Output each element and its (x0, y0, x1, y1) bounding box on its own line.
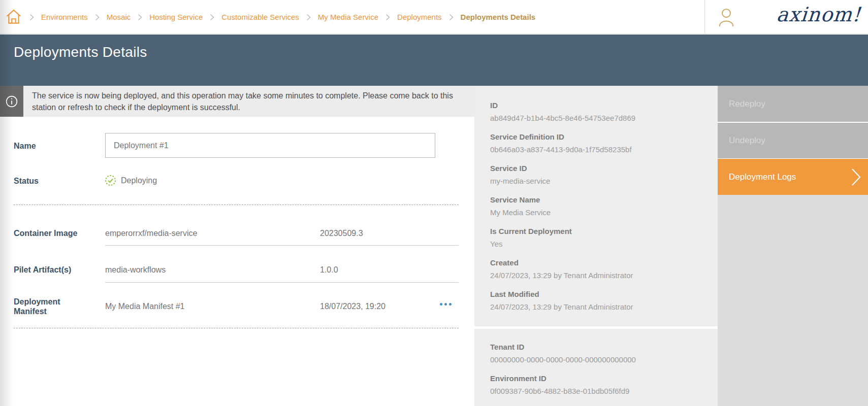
topbar-divider (704, 0, 705, 34)
details-panel-secondary: Tenant ID 00000000-0000-0000-0000-000000… (474, 329, 718, 406)
dashed-separator (14, 205, 459, 205)
detail-value: 24/07/2023, 13:29 by Tenant Administrato… (490, 271, 705, 280)
breadcrumb-item-my-media-service[interactable]: My Media Service (318, 13, 378, 21)
deployment-logs-label: Deployment Logs (729, 172, 796, 182)
breadcrumb-item-environments[interactable]: Environments (41, 13, 88, 21)
row-separator (105, 282, 459, 283)
detail-value: 00000000-0000-0000-0000-000000000000 (490, 355, 705, 364)
home-icon[interactable] (6, 9, 22, 25)
page-header: Deployments Details (0, 35, 868, 86)
breadcrumb-item-deployments[interactable]: Deployments (397, 13, 442, 21)
detail-value: 0b646a03-a837-4413-9d0a-1f75d58235bf (490, 145, 705, 154)
breadcrumb-item-customizable-services[interactable]: Customizable Services (221, 13, 299, 21)
top-bar: Environments Mosaic Hosting Service Cust… (0, 0, 868, 34)
detail-value: my-media-service (490, 177, 705, 186)
detail-label: Created (490, 258, 705, 267)
detail-field-environment-id: Environment ID 0f009387-90b6-4882-b83e-0… (490, 374, 705, 396)
deployment-info-banner: The service is now being deployed, and t… (23, 86, 474, 117)
info-icon (0, 86, 23, 117)
deployment-manifest-value: My Media Manifest #1 (105, 302, 185, 311)
actions-column-background (718, 195, 868, 406)
detail-label: Service Definition ID (490, 132, 705, 142)
chevron-right-icon (29, 14, 34, 21)
name-label: Name (14, 142, 36, 151)
chevron-right-icon (95, 14, 100, 21)
breadcrumb-item-hosting-service[interactable]: Hosting Service (149, 13, 203, 21)
chevron-right-icon (138, 14, 142, 21)
breadcrumb-item-mosaic[interactable]: Mosaic (107, 13, 131, 21)
detail-label: Service ID (490, 164, 705, 173)
detail-label: Is Current Deployment (490, 227, 705, 236)
axinom-logo: axinom! (776, 3, 861, 26)
page-title: Deployments Details (14, 44, 147, 60)
pilet-artifacts-value: media-workflows (105, 265, 166, 275)
container-image-version: 20230509.3 (320, 229, 363, 238)
breadcrumb-current-page: Deployments Details (461, 13, 536, 21)
status-row: Deploying (105, 175, 157, 186)
detail-label: ID (490, 101, 705, 110)
status-value: Deploying (121, 176, 157, 185)
chevron-right-icon (210, 14, 214, 21)
undeploy-button[interactable]: Undeploy (718, 123, 868, 158)
detail-label: Tenant ID (490, 343, 705, 352)
user-icon[interactable] (718, 8, 735, 27)
detail-field-service-definition-id: Service Definition ID 0b646a03-a837-4413… (490, 132, 705, 154)
chevron-right-icon (851, 168, 861, 186)
name-input[interactable] (105, 133, 435, 158)
row-separator (105, 245, 459, 246)
chevron-right-icon (385, 14, 390, 21)
detail-label: Environment ID (490, 374, 705, 383)
chevron-right-icon (449, 14, 454, 21)
redeploy-button[interactable]: Redeploy (718, 86, 868, 122)
detail-label: Service Name (490, 195, 705, 205)
detail-value: Yes (490, 240, 705, 249)
container-image-label: Container Image (14, 229, 77, 238)
detail-field-last-modified: Last Modified 24/07/2023, 13:29 by Tenan… (490, 290, 705, 312)
detail-field-id: ID ab849d47-b1b4-4bc5-8e46-54753ee7d869 (490, 101, 705, 123)
deployment-manifest-timestamp: 18/07/2023, 19:20 (320, 302, 385, 311)
deployment-logs-button[interactable]: Deployment Logs (718, 159, 868, 195)
detail-value: ab849d47-b1b4-4bc5-8e46-54753ee7d869 (490, 114, 705, 123)
detail-label: Last Modified (490, 290, 705, 299)
container-image-value: emperorrxf/media-service (105, 229, 197, 238)
ellipsis-icon[interactable] (433, 297, 458, 311)
breadcrumb: Environments Mosaic Hosting Service Cust… (29, 0, 535, 34)
detail-field-tenant-id: Tenant ID 00000000-0000-0000-0000-000000… (490, 343, 705, 364)
pilet-artifacts-label: Pilet Artifact(s) (14, 265, 71, 275)
status-label: Status (14, 177, 39, 186)
banner-message: The service is now being deployed, and t… (32, 90, 461, 113)
detail-field-service-id: Service ID my-media-service (490, 164, 705, 186)
detail-field-is-current-deployment: Is Current Deployment Yes (490, 227, 705, 249)
detail-value: My Media Service (490, 208, 705, 217)
chevron-right-icon (306, 14, 311, 21)
detail-value: 0f009387-90b6-4882-b83e-01bdb05f6fd9 (490, 387, 705, 396)
detail-field-service-name: Service Name My Media Service (490, 195, 705, 217)
detail-field-created: Created 24/07/2023, 13:29 by Tenant Admi… (490, 258, 705, 280)
dashed-circle-check-icon (105, 175, 116, 186)
pilet-artifacts-version: 1.0.0 (320, 265, 338, 275)
deployment-manifest-label: Deployment Manifest (14, 297, 77, 316)
detail-value: 24/07/2023, 13:29 by Tenant Administrato… (490, 302, 705, 312)
dashed-separator (14, 328, 459, 328)
details-panel: ID ab849d47-b1b4-4bc5-8e46-54753ee7d869 … (474, 86, 718, 326)
